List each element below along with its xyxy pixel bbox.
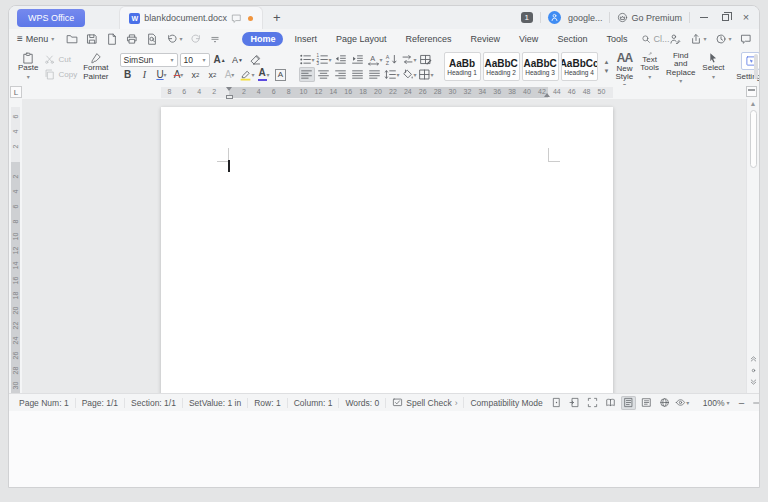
increase-font-button[interactable]: A▲ bbox=[212, 52, 228, 67]
spell-check-button[interactable]: Spell Check › bbox=[386, 397, 464, 408]
strikethrough-button[interactable]: A▾ bbox=[171, 67, 187, 82]
style-card[interactable]: AaBb Heading 1 bbox=[444, 52, 481, 81]
character-scaling-button[interactable]: ▾ bbox=[367, 52, 383, 67]
undo-button[interactable]: ▾ bbox=[166, 33, 182, 45]
document-tab[interactable]: W blankdocument.docx bbox=[119, 6, 263, 29]
highlight-color-button[interactable]: ▾ bbox=[239, 67, 255, 82]
save-icon[interactable] bbox=[86, 33, 98, 45]
first-line-indent-marker[interactable] bbox=[226, 87, 232, 91]
numbering-button[interactable]: ▾ bbox=[316, 52, 332, 67]
find-replace-button[interactable]: Find and Replace ▾ bbox=[665, 50, 696, 83]
outline-view-button[interactable] bbox=[639, 396, 654, 410]
read-mode-button[interactable] bbox=[603, 396, 618, 410]
print-icon[interactable] bbox=[126, 33, 138, 45]
text-effects-button[interactable]: A▾ bbox=[222, 67, 238, 82]
bullets-button[interactable]: ▾ bbox=[299, 52, 315, 67]
shading-button[interactable]: ▾ bbox=[401, 67, 417, 82]
session-badge[interactable]: 1 bbox=[521, 12, 533, 23]
ribbon-tab[interactable]: Home bbox=[242, 32, 283, 46]
document-page[interactable] bbox=[161, 107, 613, 393]
ribbon-tab[interactable]: View bbox=[511, 32, 546, 46]
command-search[interactable]: Cl... bbox=[641, 34, 669, 44]
subscript-button[interactable]: x2 bbox=[205, 67, 221, 82]
font-name-select[interactable]: SimSun▾ bbox=[120, 53, 178, 67]
restore-button[interactable] bbox=[718, 11, 732, 25]
new-tab-button[interactable]: + bbox=[273, 11, 281, 24]
distributed-button[interactable] bbox=[367, 67, 383, 82]
ribbon-tab[interactable]: References bbox=[397, 32, 459, 46]
close-button[interactable]: × bbox=[739, 11, 753, 25]
export-pdf-icon[interactable] bbox=[106, 33, 118, 45]
open-icon[interactable] bbox=[66, 33, 78, 45]
scrollbar-thumb[interactable] bbox=[750, 110, 757, 168]
print-preview-icon[interactable] bbox=[146, 33, 158, 45]
browse-object-button[interactable] bbox=[747, 366, 759, 375]
vertical-scrollbar[interactable]: ▲ bbox=[746, 99, 759, 393]
style-card[interactable]: AaBbC Heading 2 bbox=[483, 52, 520, 81]
zoom-out-button[interactable]: − bbox=[737, 397, 747, 409]
wps-office-button[interactable]: WPS Office bbox=[17, 9, 85, 27]
align-center-button[interactable] bbox=[316, 67, 332, 82]
italic-button[interactable]: I bbox=[137, 67, 153, 82]
scroll-up-arrow[interactable]: ▲ bbox=[747, 100, 759, 107]
feedback-icon[interactable] bbox=[231, 13, 242, 24]
paste-button[interactable]: Paste ▾ bbox=[17, 50, 39, 83]
clear-format-button[interactable] bbox=[248, 52, 264, 67]
side-pane-button[interactable] bbox=[567, 396, 582, 410]
align-left-button[interactable] bbox=[299, 67, 315, 82]
fullscreen-button[interactable] bbox=[585, 396, 600, 410]
comment-icon[interactable] bbox=[740, 33, 752, 45]
web-layout-button[interactable] bbox=[657, 396, 672, 410]
previous-page-button[interactable] bbox=[747, 354, 759, 363]
style-card[interactable]: AaBbCc Heading 4 bbox=[561, 52, 598, 81]
bold-button[interactable]: B bbox=[120, 67, 136, 82]
redo-icon[interactable] bbox=[190, 33, 202, 45]
customize-toolbar-icon[interactable] bbox=[210, 34, 220, 44]
tab-selector[interactable]: L bbox=[10, 86, 22, 98]
style-card[interactable]: AaBbC Heading 3 bbox=[522, 52, 559, 81]
zoom-slider[interactable] bbox=[753, 402, 760, 404]
format-painter-button[interactable]: Format Painter bbox=[82, 50, 109, 83]
select-button[interactable]: Select ▾ bbox=[701, 50, 725, 83]
borders-button[interactable]: ▾ bbox=[418, 67, 434, 82]
ribbon-tab[interactable]: Section bbox=[549, 32, 595, 46]
text-tools-button[interactable]: Text Tools ▾ bbox=[639, 50, 660, 83]
pages-view-button[interactable] bbox=[549, 396, 564, 410]
new-style-button[interactable]: AA New Style ▾ bbox=[615, 50, 635, 83]
decrease-indent-button[interactable] bbox=[333, 52, 349, 67]
styles-scroll-down-icon[interactable]: ▼ bbox=[604, 68, 610, 74]
text-direction-button[interactable]: ▾ bbox=[401, 52, 417, 67]
next-page-button[interactable] bbox=[747, 378, 759, 387]
justify-button[interactable] bbox=[350, 67, 366, 82]
superscript-button[interactable]: x2 bbox=[188, 67, 204, 82]
menu-button[interactable]: ≡ Menu▾ bbox=[17, 33, 54, 44]
right-indent-marker[interactable] bbox=[544, 93, 550, 97]
decrease-font-button[interactable]: A▼ bbox=[230, 52, 246, 67]
account-name[interactable]: google... bbox=[568, 13, 603, 23]
font-color-button[interactable]: A▾ bbox=[256, 67, 272, 82]
cut-button[interactable]: Cut bbox=[44, 54, 77, 65]
vertical-ruler[interactable]: 64224681012141618202224262830 bbox=[9, 99, 22, 393]
ribbon-tab[interactable]: Tools bbox=[598, 32, 635, 46]
horizontal-ruler[interactable]: L 86422468101214161820222426283032343638… bbox=[9, 85, 759, 99]
line-spacing-button[interactable]: ▾ bbox=[384, 67, 400, 82]
ribbon-tab[interactable]: Insert bbox=[286, 32, 325, 46]
sort-button[interactable] bbox=[384, 52, 400, 67]
collaborate-icon[interactable] bbox=[669, 33, 681, 45]
insert-table-button[interactable] bbox=[418, 52, 434, 67]
version-history-button[interactable]: ▾ bbox=[715, 33, 731, 45]
ribbon-tab[interactable]: Page Layout bbox=[328, 32, 395, 46]
align-right-button[interactable] bbox=[333, 67, 349, 82]
ribbon-tab[interactable]: Review bbox=[463, 32, 509, 46]
document-canvas[interactable] bbox=[22, 99, 746, 393]
share-button[interactable]: ▾ bbox=[690, 33, 706, 45]
account-avatar[interactable] bbox=[548, 11, 561, 24]
zoom-level[interactable]: 100%▾ bbox=[703, 398, 730, 408]
ruler-toggle-icon[interactable] bbox=[746, 86, 757, 97]
go-premium-button[interactable]: Go Premium bbox=[617, 12, 682, 23]
copy-button[interactable]: Copy bbox=[44, 69, 77, 80]
eye-protection-button[interactable]: ▾ bbox=[675, 396, 690, 410]
font-size-select[interactable]: 10▾ bbox=[180, 53, 210, 67]
increase-indent-button[interactable] bbox=[350, 52, 366, 67]
character-border-button[interactable]: A bbox=[273, 67, 289, 82]
